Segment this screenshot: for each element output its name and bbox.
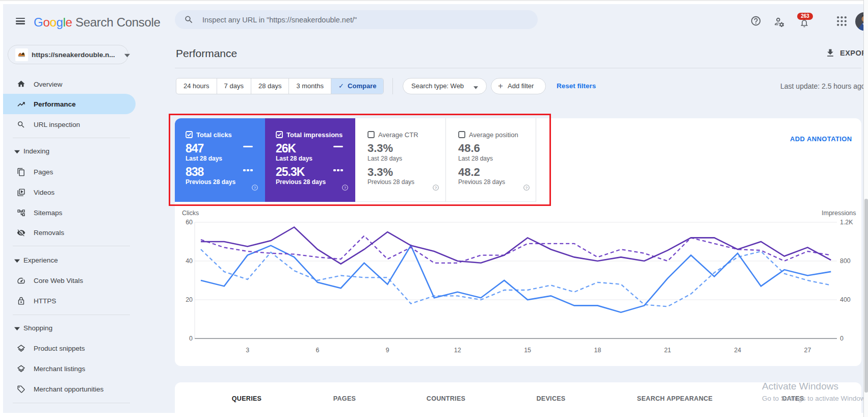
svg-text:400: 400: [840, 296, 851, 303]
svg-text:27: 27: [804, 347, 811, 354]
svg-text:20: 20: [186, 296, 193, 303]
svg-text:15: 15: [524, 347, 531, 354]
svg-text:3: 3: [246, 347, 249, 354]
svg-text:6: 6: [316, 347, 320, 354]
svg-text:9: 9: [386, 347, 389, 354]
svg-text:60: 60: [186, 219, 193, 226]
svg-text:24: 24: [734, 347, 741, 354]
svg-text:21: 21: [664, 347, 671, 354]
svg-text:0: 0: [189, 335, 193, 342]
svg-text:1.2K: 1.2K: [840, 219, 853, 226]
svg-text:800: 800: [840, 257, 851, 265]
svg-text:12: 12: [454, 347, 461, 354]
svg-text:40: 40: [186, 257, 193, 265]
svg-text:0: 0: [840, 335, 844, 342]
svg-text:18: 18: [594, 347, 601, 354]
